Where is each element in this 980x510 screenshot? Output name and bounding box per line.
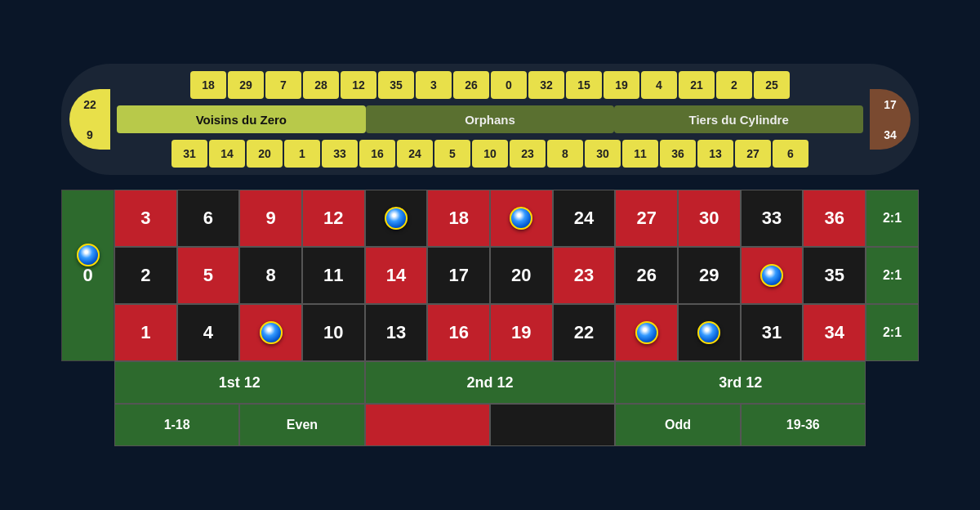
- rt-num-0[interactable]: 0: [491, 71, 527, 99]
- rt-num-20[interactable]: 20: [247, 140, 283, 168]
- bet-red[interactable]: [365, 404, 490, 446]
- chip-21: [510, 207, 532, 230]
- dozen-3rd[interactable]: 3rd 12: [615, 361, 866, 404]
- bet-even[interactable]: Even: [239, 404, 364, 446]
- rt-num-25[interactable]: 25: [754, 71, 790, 99]
- num-cell-18[interactable]: 18: [427, 190, 490, 247]
- num-label-36: 36: [824, 208, 844, 229]
- orphans-section[interactable]: Orphans: [366, 105, 615, 133]
- rt-num-35[interactable]: 35: [378, 71, 414, 99]
- rt-num-15[interactable]: 15: [566, 71, 602, 99]
- col-bet-3[interactable]: 2:1: [866, 304, 919, 361]
- rt-num-19[interactable]: 19: [604, 71, 639, 99]
- num-cell-15[interactable]: 15: [365, 190, 428, 247]
- rt-num-26[interactable]: 26: [453, 71, 489, 99]
- rt-corner-num-22: 22: [83, 98, 96, 111]
- bet-19-36[interactable]: 19-36: [741, 404, 866, 446]
- num-cell-17[interactable]: 17: [427, 247, 490, 304]
- rt-num-10[interactable]: 10: [472, 140, 508, 168]
- rt-num-11[interactable]: 11: [622, 140, 658, 168]
- rt-num-21[interactable]: 21: [679, 71, 715, 99]
- num-cell-29[interactable]: 29: [678, 247, 741, 304]
- rt-num-8[interactable]: 8: [547, 140, 583, 168]
- num-label-20: 20: [511, 265, 531, 286]
- rt-num-16[interactable]: 16: [359, 140, 395, 168]
- num-cell-27[interactable]: 27: [615, 190, 678, 247]
- num-cell-11[interactable]: 11: [302, 247, 365, 304]
- num-cell-32[interactable]: 32: [741, 247, 804, 304]
- num-cell-26[interactable]: 26: [615, 247, 678, 304]
- chip-zero: [77, 244, 100, 266]
- num-cell-23[interactable]: 23: [553, 247, 616, 304]
- zero-number: 0: [82, 265, 92, 286]
- num-cell-3[interactable]: 3: [114, 190, 177, 247]
- rt-num-13[interactable]: 13: [697, 140, 733, 168]
- rt-num-2[interactable]: 2: [716, 71, 752, 99]
- bet-odd[interactable]: Odd: [615, 404, 740, 446]
- num-label-24: 24: [574, 208, 594, 229]
- rt-num-33[interactable]: 33: [322, 140, 358, 168]
- num-cell-13[interactable]: 13: [365, 304, 428, 361]
- chip-28: [697, 321, 720, 344]
- num-cell-34[interactable]: 34: [803, 304, 866, 361]
- rt-num-7[interactable]: 7: [265, 71, 301, 99]
- rt-num-29[interactable]: 29: [228, 71, 264, 99]
- bet-black[interactable]: [490, 404, 615, 446]
- num-cell-5[interactable]: 5: [177, 247, 240, 304]
- num-cell-7[interactable]: 7: [239, 304, 302, 361]
- num-cell-2[interactable]: 2: [114, 247, 177, 304]
- num-cell-14[interactable]: 14: [365, 247, 428, 304]
- racetrack-left-corner: 22 9: [69, 89, 110, 150]
- num-cell-16[interactable]: 16: [427, 304, 490, 361]
- rt-num-24[interactable]: 24: [397, 140, 433, 168]
- num-label-6: 6: [203, 208, 213, 229]
- num-cell-8[interactable]: 8: [239, 247, 302, 304]
- rt-num-27[interactable]: 27: [735, 140, 771, 168]
- num-cell-12[interactable]: 12: [302, 190, 365, 247]
- num-cell-33[interactable]: 33: [741, 190, 804, 247]
- bet-1-18[interactable]: 1-18: [114, 404, 239, 446]
- rt-num-30[interactable]: 30: [585, 140, 621, 168]
- num-cell-19[interactable]: 19: [490, 304, 553, 361]
- rt-num-5[interactable]: 5: [434, 140, 470, 168]
- num-label-11: 11: [323, 265, 343, 286]
- rt-num-28[interactable]: 28: [303, 71, 339, 99]
- rt-num-12[interactable]: 12: [341, 71, 376, 99]
- num-cell-24[interactable]: 24: [553, 190, 616, 247]
- rt-num-31[interactable]: 31: [172, 140, 207, 168]
- tiers-section[interactable]: Tiers du Cylindre: [614, 105, 863, 133]
- num-cell-30[interactable]: 30: [678, 190, 741, 247]
- rt-num-36[interactable]: 36: [660, 140, 696, 168]
- rt-num-32[interactable]: 32: [528, 71, 564, 99]
- num-cell-36[interactable]: 36: [803, 190, 866, 247]
- voisins-section[interactable]: Voisins du Zero: [117, 105, 366, 133]
- num-cell-20[interactable]: 20: [490, 247, 553, 304]
- rt-num-1[interactable]: 1: [284, 140, 320, 168]
- num-cell-25[interactable]: 25: [615, 304, 678, 361]
- num-cell-9[interactable]: 9: [239, 190, 302, 247]
- rt-num-14[interactable]: 14: [209, 140, 245, 168]
- num-cell-31[interactable]: 31: [741, 304, 804, 361]
- rt-num-3[interactable]: 3: [416, 71, 452, 99]
- col-bet-2[interactable]: 2:1: [866, 247, 919, 304]
- num-label-8: 8: [266, 265, 276, 286]
- num-cell-21[interactable]: 21: [490, 190, 553, 247]
- col-bet-1[interactable]: 2:1: [866, 190, 919, 247]
- num-label-16: 16: [448, 322, 468, 343]
- num-cell-6[interactable]: 6: [177, 190, 240, 247]
- num-cell-4[interactable]: 4: [177, 304, 240, 361]
- num-cell-10[interactable]: 10: [302, 304, 365, 361]
- rt-num-18[interactable]: 18: [190, 71, 226, 99]
- dozen-2nd[interactable]: 2nd 12: [365, 361, 616, 404]
- num-cell-22[interactable]: 22: [553, 304, 616, 361]
- num-label-35: 35: [824, 265, 844, 286]
- num-cell-35[interactable]: 35: [803, 247, 866, 304]
- dozen-1st[interactable]: 1st 12: [114, 361, 365, 404]
- num-cell-1[interactable]: 1: [114, 304, 177, 361]
- num-cell-28[interactable]: 28: [678, 304, 741, 361]
- zero-cell[interactable]: 0: [61, 190, 114, 361]
- rt-num-4[interactable]: 4: [641, 71, 677, 99]
- num-label-31: 31: [762, 322, 782, 343]
- rt-num-23[interactable]: 23: [510, 140, 546, 168]
- rt-num-6[interactable]: 6: [773, 140, 808, 168]
